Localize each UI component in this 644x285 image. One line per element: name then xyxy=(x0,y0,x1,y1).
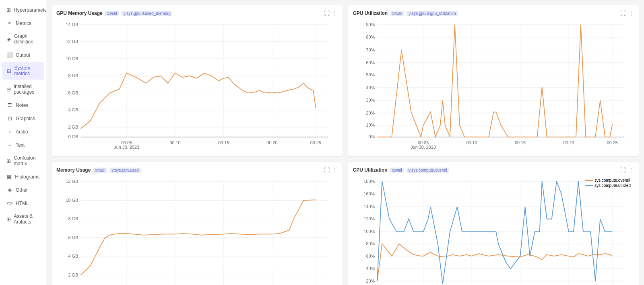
svg-text:00:20: 00:20 xyxy=(563,140,574,145)
sidebar-item-output[interactable]: ⬜ Output xyxy=(2,49,44,61)
svg-text:30%: 30% xyxy=(366,98,375,103)
output-icon: ⬜ xyxy=(6,52,13,58)
sidebar-item-audio[interactable]: ♪ Audio xyxy=(2,125,44,138)
legend-label-overall: sys.compute.overall xyxy=(594,178,630,182)
sidebar-item-installed-packages[interactable]: ⊟ Installed packages xyxy=(2,80,44,98)
svg-text:6 GB: 6 GB xyxy=(68,90,78,95)
more-icon[interactable]: ⋮ xyxy=(628,10,634,16)
svg-text:160%: 160% xyxy=(363,192,375,197)
svg-text:00:15: 00:15 xyxy=(218,140,229,145)
svg-text:180%: 180% xyxy=(363,179,375,184)
cpu-utilization-chart-area: sys.compute.overall sys.compute.utilized xyxy=(353,176,634,285)
sidebar-item-metrics[interactable]: ≈ Metrics xyxy=(2,17,44,29)
legend-item-overall: sys.compute.overall xyxy=(585,178,631,182)
memory-usage-tag-x: x:wall xyxy=(93,168,107,173)
sidebar-item-confusion-matrix[interactable]: ⊞ Confusion matrix xyxy=(2,152,44,170)
system-metrics-icon: ⊞ xyxy=(6,68,11,74)
gpu-memory-tag-x: x:wall xyxy=(105,11,119,16)
svg-text:10 GB: 10 GB xyxy=(66,198,78,203)
sidebar-item-graphics[interactable]: ⊡ Graphics xyxy=(2,112,44,125)
expand-icon[interactable]: ⛶ xyxy=(324,167,330,173)
svg-text:00:15: 00:15 xyxy=(514,140,525,145)
svg-text:60%: 60% xyxy=(366,254,375,258)
expand-icon[interactable]: ⛶ xyxy=(620,10,626,16)
cpu-utilization-chart-header: CPU Utilization x:wall y:sys.compute.ove… xyxy=(353,167,634,173)
svg-text:00:10: 00:10 xyxy=(170,140,181,145)
gpu-memory-tag-y: y:sys.gpu.0.used_memory xyxy=(122,11,173,16)
gpu-utilization-chart-header: GPU Utilization x:wall y:sys.gpu.0.gpu_u… xyxy=(353,10,634,16)
sidebar-item-graph-definition[interactable]: ◈ Graph definition xyxy=(2,30,44,48)
cpu-legend: sys.compute.overall sys.compute.utilized xyxy=(585,178,631,189)
gpu-utilization-actions: ⛶ ⋮ xyxy=(620,10,634,16)
svg-text:0 GB: 0 GB xyxy=(68,134,78,139)
svg-text:120%: 120% xyxy=(363,216,375,221)
svg-text:00:20: 00:20 xyxy=(266,140,277,145)
sidebar-item-html[interactable]: <> HTML xyxy=(2,197,44,209)
cpu-utilization-title: CPU Utilization xyxy=(353,167,388,173)
svg-text:10 GB: 10 GB xyxy=(66,56,78,61)
svg-text:4 GB: 4 GB xyxy=(68,254,78,258)
hyperparameters-icon: ⊞ xyxy=(6,7,11,13)
memory-usage-actions: ⛶ ⋮ xyxy=(324,167,338,173)
cpu-utilization-chart-panel: CPU Utilization x:wall y:sys.compute.ove… xyxy=(348,162,640,285)
more-icon[interactable]: ⋮ xyxy=(628,167,634,173)
assets-icon: ⊞ xyxy=(6,216,11,222)
svg-text:00:25: 00:25 xyxy=(607,140,617,145)
svg-text:00:10: 00:10 xyxy=(466,140,477,145)
sidebar-item-other[interactable]: ◈ Other xyxy=(2,184,44,196)
memory-usage-svg: 12 GB 10 GB 8 GB 6 GB 4 GB 2 GB 0 GB 00:… xyxy=(56,176,338,285)
cpu-utilization-actions: ⛶ ⋮ xyxy=(620,167,634,173)
memory-usage-tag-y: y:sys.ram.used xyxy=(109,168,140,173)
svg-text:8 GB: 8 GB xyxy=(68,73,78,78)
svg-text:80%: 80% xyxy=(366,35,375,39)
sidebar: ⊞ Hyperparameters ≈ Metrics ◈ Graph defi… xyxy=(0,0,46,285)
gpu-memory-title: GPU Memory Usage xyxy=(56,10,103,16)
svg-text:Jun 30, 2023: Jun 30, 2023 xyxy=(411,145,436,150)
memory-usage-chart-header: Memory Usage x:wall y:sys.ram.used ⛶ ⋮ xyxy=(56,167,338,173)
svg-text:40%: 40% xyxy=(366,85,375,90)
svg-text:20%: 20% xyxy=(366,111,375,115)
more-icon[interactable]: ⋮ xyxy=(332,167,338,173)
metrics-icon: ≈ xyxy=(6,20,13,26)
svg-text:12 GB: 12 GB xyxy=(66,39,78,44)
graphics-icon: ⊡ xyxy=(6,115,13,121)
legend-dot-overall xyxy=(585,180,593,181)
sidebar-item-hyperparameters[interactable]: ⊞ Hyperparameters xyxy=(2,4,44,16)
other-icon: ◈ xyxy=(6,187,13,193)
svg-text:0%: 0% xyxy=(368,134,375,139)
legend-dot-utilized xyxy=(585,185,593,186)
gpu-utilization-title: GPU Utilization xyxy=(353,10,388,16)
svg-text:Jun 30, 2023: Jun 30, 2023 xyxy=(114,145,139,150)
gpu-utilization-tag-y: y:sys.gpu.0.gpu_utilization xyxy=(407,11,458,16)
svg-text:6 GB: 6 GB xyxy=(68,235,78,240)
svg-text:50%: 50% xyxy=(366,72,375,77)
installed-packages-icon: ⊟ xyxy=(6,86,11,92)
expand-icon[interactable]: ⛶ xyxy=(620,167,626,173)
sidebar-item-text[interactable]: ≡ Text xyxy=(2,139,44,151)
cpu-utilization-tag-y: y:sys.compute.overall xyxy=(407,168,449,173)
gpu-memory-actions: ⛶ ⋮ xyxy=(324,10,338,16)
sidebar-item-system-metrics[interactable]: ⊞ System metrics xyxy=(2,62,44,80)
graph-definition-icon: ◈ xyxy=(6,36,11,42)
more-icon[interactable]: ⋮ xyxy=(332,10,338,16)
cpu-utilization-tag-x: x:wall xyxy=(390,168,404,173)
svg-text:4 GB: 4 GB xyxy=(68,107,78,112)
svg-text:60%: 60% xyxy=(366,60,375,65)
svg-text:40%: 40% xyxy=(366,266,375,271)
svg-text:12 GB: 12 GB xyxy=(66,179,78,184)
gpu-utilization-chart-area: 90% 80% 70% 60% 50% 40% 30% 20% 10% 0% 0… xyxy=(353,20,634,152)
confusion-matrix-icon: ⊞ xyxy=(6,158,11,164)
memory-usage-title: Memory Usage xyxy=(56,167,91,173)
svg-text:70%: 70% xyxy=(366,47,375,52)
gpu-memory-chart-area: 14 GB 12 GB 10 GB 8 GB 6 GB 4 GB 2 GB 0 … xyxy=(56,20,338,152)
expand-icon[interactable]: ⛶ xyxy=(324,10,330,16)
sidebar-item-notes[interactable]: ☰ Notes xyxy=(2,99,44,111)
sidebar-item-assets-artifacts[interactable]: ⊞ Assets & Artifacts xyxy=(2,210,44,228)
svg-text:8 GB: 8 GB xyxy=(68,216,78,221)
svg-text:2 GB: 2 GB xyxy=(68,125,78,129)
legend-label-utilized: sys.compute.utilized xyxy=(594,183,631,188)
memory-usage-chart-panel: Memory Usage x:wall y:sys.ram.used ⛶ ⋮ 1… xyxy=(51,162,343,285)
svg-text:100%: 100% xyxy=(363,229,375,234)
svg-text:90%: 90% xyxy=(366,22,375,27)
sidebar-item-histograms[interactable]: ▦ Histograms xyxy=(2,170,44,183)
